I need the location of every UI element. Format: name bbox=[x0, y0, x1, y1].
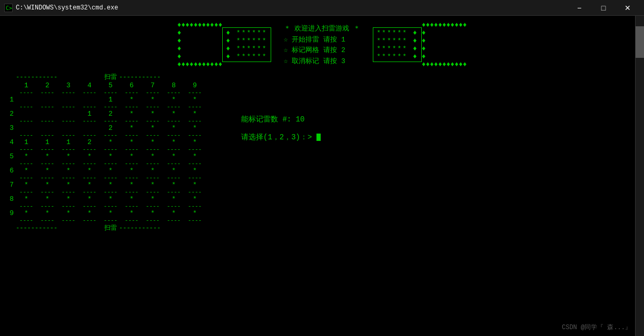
list-item: * bbox=[100, 152, 121, 160]
list-item: 1 bbox=[79, 110, 100, 118]
mine-count-label: 能标记雷数 #: 10 bbox=[241, 115, 321, 124]
list-item: * bbox=[16, 167, 37, 175]
grid-separator-4: ------------------------------------ bbox=[16, 146, 205, 152]
info-panel: 能标记雷数 #: 10 请选择(1，2，3)：> bbox=[231, 73, 321, 232]
col-header-3: 3 bbox=[58, 82, 79, 89]
scrollbar-thumb[interactable] bbox=[636, 26, 644, 58]
list-item: * bbox=[121, 181, 142, 189]
table-row: 11**** bbox=[4, 96, 205, 104]
welcome-option3: ☆ 取消标记 请按 3 bbox=[284, 56, 361, 66]
list-item: * bbox=[142, 124, 163, 132]
list-item: * bbox=[58, 195, 79, 203]
list-item: * bbox=[163, 209, 184, 217]
list-item: * bbox=[142, 195, 163, 203]
grid-top-label-row: ----------- 扫雷 ----------- bbox=[16, 73, 205, 82]
list-item: 1 bbox=[37, 138, 58, 146]
welcome-box: ♦♦♦♦♦♦♦♦♦♦♦ ♦ ♦ ♦ ♦ ♦♦♦♦♦♦♦♦♦♦♦ ♦ ******… bbox=[0, 21, 644, 68]
col-header-2: 2 bbox=[37, 82, 58, 89]
list-item: * bbox=[163, 96, 184, 104]
list-item: * bbox=[184, 138, 205, 146]
welcome-option1: ☆ 开始排雷 请按 1 bbox=[284, 35, 361, 44]
table-row: 7********* bbox=[4, 181, 205, 189]
list-item: * bbox=[184, 181, 205, 189]
cmd-icon: C> bbox=[4, 4, 13, 12]
title-bar: C> C:\WINDOWS\system32\cmd.exe − □ ✕ bbox=[0, 0, 644, 16]
list-item: * bbox=[163, 152, 184, 160]
list-item: * bbox=[58, 167, 79, 175]
welcome-text-block: ＊ 欢迎进入扫雷游戏 ＊ ☆ 开始排雷 请按 1 ☆ 标记网格 请按 2 ☆ 取… bbox=[271, 21, 373, 68]
grid-separator-0: ------------------------------------ bbox=[16, 89, 205, 96]
grid-rows: ------------------------------------11**… bbox=[4, 89, 205, 223]
list-item: * bbox=[184, 167, 205, 175]
window-title: C:\WINDOWS\system32\cmd.exe bbox=[16, 4, 118, 12]
maximize-button[interactable]: □ bbox=[591, 0, 616, 16]
list-item: * bbox=[37, 209, 58, 217]
col-header-5: 5 bbox=[100, 82, 121, 89]
left-diamonds: ♦♦♦♦♦♦♦♦♦♦♦ ♦ ♦ ♦ ♦ ♦♦♦♦♦♦♦♦♦♦♦ bbox=[177, 21, 222, 68]
grid-separator-7: ------------------------------------ bbox=[16, 189, 205, 195]
left-stars: ♦ ****** ♦ ****** ♦ ****** ♦ ****** bbox=[222, 27, 271, 62]
col-header-7: 7 bbox=[142, 82, 163, 89]
table-row: 6********* bbox=[4, 167, 205, 175]
list-item: * bbox=[163, 195, 184, 203]
title-bar-left: C> C:\WINDOWS\system32\cmd.exe bbox=[4, 4, 118, 12]
list-item: * bbox=[184, 195, 205, 203]
terminal-content: ♦♦♦♦♦♦♦♦♦♦♦ ♦ ♦ ♦ ♦ ♦♦♦♦♦♦♦♦♦♦♦ ♦ ******… bbox=[0, 16, 644, 336]
list-item: * bbox=[163, 138, 184, 146]
list-item: 2 bbox=[100, 110, 121, 118]
scrollbar[interactable] bbox=[635, 16, 644, 336]
list-item: * bbox=[163, 110, 184, 118]
left-decoration: ♦♦♦♦♦♦♦♦♦♦♦ ♦ ♦ ♦ ♦ ♦♦♦♦♦♦♦♦♦♦♦ ♦ ******… bbox=[177, 21, 271, 68]
list-item: 2 bbox=[79, 138, 100, 146]
list-item: * bbox=[37, 181, 58, 189]
list-item: * bbox=[121, 138, 142, 146]
grid-bottom-label: 扫雷 bbox=[102, 223, 119, 232]
grid-separator-2: ------------------------------------ bbox=[16, 118, 205, 124]
list-item: * bbox=[79, 181, 100, 189]
game-area: ----------- 扫雷 ----------- 1 2 3 4 5 6 7… bbox=[0, 73, 644, 232]
right-stars: ****** ♦ ****** ♦ ****** ♦ ****** ♦ bbox=[373, 27, 421, 62]
list-item: * bbox=[121, 209, 142, 217]
col-header-1: 1 bbox=[16, 82, 37, 89]
list-item: * bbox=[37, 152, 58, 160]
table-row: 212**** bbox=[4, 110, 205, 118]
table-row: 5********* bbox=[4, 152, 205, 160]
list-item: * bbox=[184, 152, 205, 160]
list-item: * bbox=[16, 152, 37, 160]
list-item: * bbox=[142, 152, 163, 160]
cursor-blink bbox=[316, 134, 321, 141]
list-item: * bbox=[121, 167, 142, 175]
table-row: 32**** bbox=[4, 124, 205, 132]
right-diamonds: ♦♦♦♦♦♦♦♦♦♦♦ ♦ ♦ ♦ ♦ ♦♦♦♦♦♦♦♦♦♦♦ bbox=[422, 21, 467, 68]
list-item: * bbox=[37, 195, 58, 203]
list-item: * bbox=[184, 124, 205, 132]
list-item: 1 bbox=[100, 96, 121, 104]
list-item: 1 bbox=[16, 138, 37, 146]
col-header-4: 4 bbox=[79, 82, 100, 89]
col-header-6: 6 bbox=[121, 82, 142, 89]
grid-top-label: 扫雷 bbox=[102, 73, 119, 82]
list-item: * bbox=[121, 110, 142, 118]
list-item: * bbox=[142, 96, 163, 104]
list-item: * bbox=[121, 152, 142, 160]
col-header-8: 8 bbox=[163, 82, 184, 89]
list-item: * bbox=[100, 195, 121, 203]
list-item: * bbox=[16, 209, 37, 217]
table-row: 8********* bbox=[4, 195, 205, 203]
list-item: * bbox=[163, 167, 184, 175]
welcome-option2: ☆ 标记网格 请按 2 bbox=[284, 45, 361, 55]
list-item: * bbox=[121, 124, 142, 132]
list-item: * bbox=[79, 209, 100, 217]
list-item: 1 bbox=[58, 138, 79, 146]
list-item: * bbox=[58, 181, 79, 189]
grid-separator-5: ------------------------------------ bbox=[16, 160, 205, 167]
svg-text:C>: C> bbox=[6, 5, 12, 11]
list-item: * bbox=[163, 181, 184, 189]
table-row: 41112***** bbox=[4, 138, 205, 146]
list-item: * bbox=[58, 209, 79, 217]
right-decoration: ****** ♦ ****** ♦ ****** ♦ ****** ♦ ♦♦♦♦… bbox=[373, 21, 467, 68]
minimize-button[interactable]: − bbox=[567, 0, 591, 16]
grid-separator-6: ------------------------------------ bbox=[16, 175, 205, 181]
list-item: * bbox=[79, 167, 100, 175]
close-button[interactable]: ✕ bbox=[616, 0, 640, 16]
